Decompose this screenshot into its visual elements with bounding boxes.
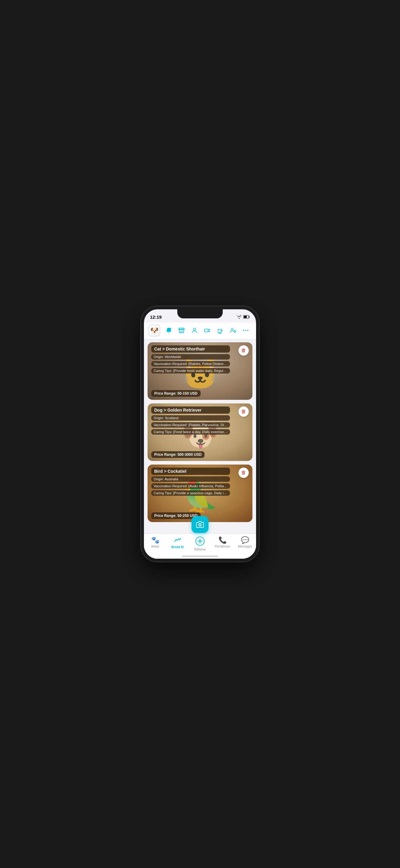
store-icon[interactable] <box>176 325 187 336</box>
svg-rect-5 <box>181 331 183 333</box>
phone-frame: 12:19 🐶 <box>141 306 259 562</box>
wifi-icon <box>237 315 241 319</box>
dog-card[interactable]: 🐶 Dog > Golden Retriever Origin: Scotlan… <box>148 403 252 461</box>
tab-messages[interactable]: 💬 Messages <box>234 536 256 548</box>
bird-card-info: Bird > Cockatiel Origin: Australia Vacci… <box>151 468 230 496</box>
dog-card-caring: Caring Tips: [Feed twice a day, Daily ex… <box>151 429 230 435</box>
tab-pet-advisor[interactable]: 📞 Pet Advisor <box>211 536 234 548</box>
cat-card-origin: Origin: Worldwide <box>151 354 230 360</box>
svg-point-6 <box>193 329 196 331</box>
dog-delete-button[interactable]: 🗑 <box>238 406 249 417</box>
app-logo[interactable]: 🐶 <box>148 324 160 337</box>
cup-icon[interactable] <box>215 325 225 336</box>
cat-card-top: Cat > Domestic Shorthair Origin: Worldwi… <box>151 345 249 373</box>
rehome-label: Rehome <box>194 548 206 551</box>
bird-card-caring: Caring Tips: [Provide a spacious cage, D… <box>151 490 230 496</box>
svg-rect-7 <box>204 329 208 332</box>
adopt-label: Adopt <box>151 545 159 548</box>
svg-rect-1 <box>249 316 250 318</box>
video-icon[interactable] <box>202 325 213 336</box>
adopt-icon: 🐾 <box>151 536 160 544</box>
bird-card-content: Bird > Cockatiel Origin: Australia Vacci… <box>148 465 252 522</box>
bird-card-origin: Origin: Australia <box>151 476 230 482</box>
top-nav: 🐶 <box>144 322 256 339</box>
svg-rect-2 <box>244 316 247 318</box>
dog-card-origin: Origin: Scotland <box>151 415 230 421</box>
cat-price: Price Range: 50-150 USD <box>151 390 201 397</box>
bird-card-title: Bird > Cockatiel <box>151 468 230 475</box>
pet-advisor-icon: 📞 <box>219 536 227 544</box>
home-indicator <box>182 556 218 557</box>
dog-card-top: Dog > Golden Retriever Origin: Scotland … <box>151 406 249 435</box>
rehome-icon <box>195 536 205 547</box>
tab-bar: 🐾 Adopt Breed AI <box>144 534 256 559</box>
notch <box>177 309 223 318</box>
tab-rehome[interactable]: Rehome <box>189 536 211 551</box>
dog-card-content: Dog > Golden Retriever Origin: Scotland … <box>148 403 252 461</box>
camera-fab-button[interactable] <box>192 516 208 533</box>
messages-label: Messages <box>238 545 252 548</box>
breed-ai-label: Breed AI <box>172 546 184 549</box>
breed-ai-icon <box>174 536 181 545</box>
status-time: 12:19 <box>150 314 162 319</box>
bird-delete-button[interactable]: 🗑 <box>238 468 249 478</box>
cat-card-title: Cat > Domestic Shorthair <box>151 345 230 352</box>
bird-card-top: Bird > Cockatiel Origin: Australia Vacci… <box>151 468 249 496</box>
more-icon[interactable]: ··· <box>240 325 251 336</box>
status-icons <box>237 315 250 319</box>
cat-card-info: Cat > Domestic Shorthair Origin: Worldwi… <box>151 345 230 373</box>
dog-price: Price Range: 500-3000 USD <box>151 451 204 458</box>
bird-card-vaccination: Vaccination Required: [Avian Influenza, … <box>151 483 230 489</box>
svg-point-15 <box>199 524 200 525</box>
dog-card-info: Dog > Golden Retriever Origin: Scotland … <box>151 406 230 435</box>
nav-icons: ··· <box>163 325 252 336</box>
pet-advisor-label: Pet Advisor <box>215 545 230 548</box>
tab-adopt[interactable]: 🐾 Adopt <box>144 536 166 548</box>
battery-icon <box>243 315 250 319</box>
messages-icon: 💬 <box>241 536 249 544</box>
tab-breed-ai[interactable]: Breed AI <box>166 536 189 549</box>
bird-card[interactable]: 🦜 Bird > Cockatiel Origin: Australia Vac… <box>148 465 252 522</box>
svg-point-8 <box>231 329 233 330</box>
cat-delete-button[interactable]: 🗑 <box>238 345 249 355</box>
svg-point-3 <box>170 328 172 330</box>
cat-card-vaccination: Vaccination Required: [Rabies, Feline Di… <box>151 361 230 367</box>
cat-card[interactable]: 🐱 Cat > Domestic Shorthair Origin: World… <box>148 342 252 400</box>
content-area: 🐱 Cat > Domestic Shorthair Origin: World… <box>144 339 256 534</box>
svg-point-9 <box>234 331 235 332</box>
user-settings-icon[interactable] <box>228 325 238 336</box>
dog-card-vaccination: Vaccination Required: [Rabies, Parvoviru… <box>151 422 230 428</box>
person-icon[interactable] <box>189 325 200 336</box>
notification-icon[interactable] <box>163 325 174 336</box>
screen: 🐶 <box>144 322 256 559</box>
cat-card-caring: Caring Tips: [Provide fresh water daily,… <box>151 368 230 373</box>
dog-card-title: Dog > Golden Retriever <box>151 406 230 414</box>
cat-card-content: Cat > Domestic Shorthair Origin: Worldwi… <box>148 342 252 400</box>
